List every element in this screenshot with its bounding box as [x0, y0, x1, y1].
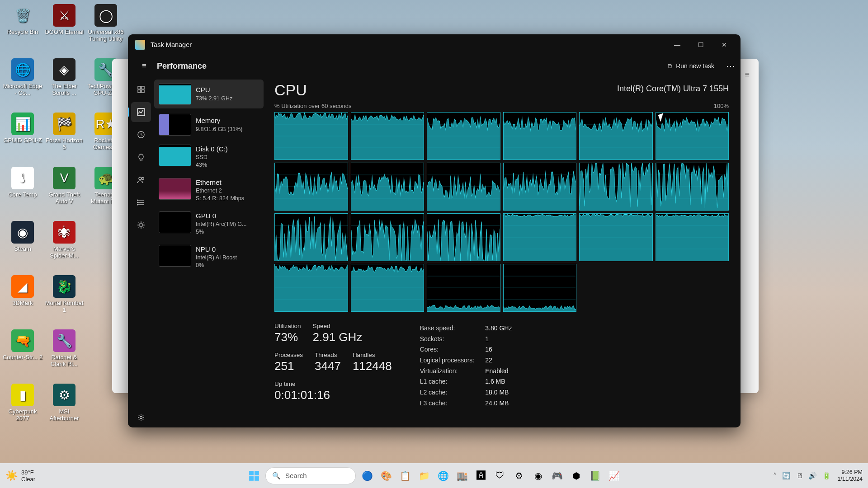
spec-label: Cores: — [420, 345, 485, 355]
core-graph-13[interactable] — [351, 213, 425, 261]
nav-startup[interactable] — [131, 147, 151, 167]
taskbar-app[interactable]: 📗 — [586, 467, 604, 484]
core-graph-14[interactable] — [427, 213, 500, 261]
nav-app-history[interactable] — [131, 125, 151, 145]
speed-label: Speed — [313, 323, 363, 329]
desktop-icon[interactable]: ◯Universal x86 Tuning Utility — [85, 2, 126, 56]
core-graph-17[interactable] — [656, 213, 729, 261]
core-graph-11[interactable] — [656, 163, 729, 211]
core-graph-1[interactable] — [351, 112, 425, 160]
desktop-icon[interactable]: 🕷Marvel's Spider-M... — [44, 219, 85, 272]
core-graph-3[interactable] — [503, 112, 577, 160]
tray-icon[interactable]: ˄ — [773, 472, 777, 480]
desktop-icon[interactable]: 🗑️Recycle Bin — [2, 2, 43, 56]
search-box[interactable]: 🔍 Search — [265, 467, 356, 484]
weather-widget[interactable]: ☀️ 39°F Clear — [5, 469, 35, 483]
core-graph-8[interactable] — [427, 163, 500, 211]
threads-value: 3447 — [315, 359, 341, 373]
side-item-cpu[interactable]: CPU 73% 2.91 GHz — [154, 80, 264, 108]
taskbar[interactable]: ☀️ 39°F Clear 🔍 Search 🔵🎨📋📁🌐🏬🅰🛡⚙◉🎮⬢📗📈 ˄🔄… — [0, 463, 868, 488]
close-button[interactable]: ✕ — [712, 36, 736, 54]
desktop-icon[interactable]: 🐉Mortal Kombat 1 — [44, 273, 85, 327]
core-graph-6[interactable] — [274, 163, 348, 211]
taskbar-app[interactable]: 🔵 — [359, 467, 376, 484]
nav-performance[interactable] — [131, 102, 151, 122]
utilization-label: Utilization — [274, 323, 301, 329]
handles-value: 112448 — [353, 359, 392, 373]
tray-icon[interactable]: 🔊 — [808, 472, 817, 480]
desktop-icon[interactable]: 🏁Forza Horizon 5 — [44, 111, 85, 164]
svg-point-9 — [137, 202, 138, 203]
hamburger-icon[interactable]: ≡ — [745, 70, 750, 80]
core-graph-5[interactable] — [656, 112, 729, 160]
side-item-ethernet[interactable]: Ethernet Ethernet 2S: 5.4 R: 824 Mbps — [154, 174, 264, 206]
svg-point-8 — [137, 200, 138, 201]
system-tray: ˄🔄🖥🔊🔋 9:26 PM 1/11/2024 — [773, 469, 863, 483]
taskbar-app[interactable]: 🛡 — [491, 467, 509, 484]
side-item-npu-0[interactable]: NPU 0 Intel(R) AI Boost0% — [154, 241, 264, 273]
minimize-button[interactable]: — — [665, 36, 689, 54]
tray-icon[interactable]: 🔋 — [822, 472, 831, 480]
nav-details[interactable] — [131, 192, 151, 212]
core-graph-4[interactable] — [579, 112, 653, 160]
nav-services[interactable] — [131, 215, 151, 235]
core-graph-2[interactable] — [427, 112, 500, 160]
tray-icon[interactable]: 🖥 — [796, 472, 803, 480]
desktop-icon[interactable]: ▮Cyberpunk 2077 — [2, 382, 43, 435]
side-item-gpu-0[interactable]: GPU 0 Intel(R) Arc(TM) G...5% — [154, 208, 264, 239]
desktop-icon[interactable]: 📊GPUID GPU-Z — [2, 111, 43, 164]
titlebar[interactable]: Task Manager — ☐ ✕ — [128, 34, 741, 55]
spec-label: Virtualization: — [420, 366, 485, 376]
maximize-button[interactable]: ☐ — [689, 36, 712, 54]
desktop-icon[interactable]: 🔫Counter-Str... 2 — [2, 328, 43, 381]
handles-label: Handles — [353, 352, 392, 358]
desktop-icon[interactable]: ◈The Elder Scrolls ... — [44, 56, 85, 110]
resource-side-list: CPU 73% 2.91 GHz Memory 9.8/31.6 GB (31%… — [154, 77, 266, 427]
core-graph-18[interactable] — [274, 264, 348, 312]
taskbar-app[interactable]: ⚙ — [510, 467, 528, 484]
taskbar-app[interactable]: 🎨 — [377, 467, 395, 484]
nav-toggle-button[interactable]: ≡ — [134, 56, 154, 76]
core-graph-9[interactable] — [503, 163, 577, 211]
search-icon: 🔍 — [272, 472, 281, 480]
settings-button[interactable] — [131, 408, 151, 427]
side-item-disk-0-c-[interactable]: Disk 0 (C:) SSD43% — [154, 141, 264, 173]
desktop-icon[interactable]: ⚙MSI Afterburner — [44, 382, 85, 435]
taskbar-app[interactable]: 🏬 — [453, 467, 471, 484]
run-new-task-button[interactable]: ⧉ Run new task — [661, 59, 721, 74]
desktop-icon[interactable]: 🔧Ratchet & Clank Ri... — [44, 328, 85, 381]
desktop-icon[interactable]: ◢3DMark — [2, 273, 43, 327]
taskbar-app[interactable]: ⬢ — [567, 467, 585, 484]
desktop-icon[interactable]: ⚔DOOM Eternal — [44, 2, 85, 56]
desktop-icon[interactable]: VGrand Theft Auto V — [44, 165, 85, 218]
core-graph-15[interactable] — [503, 213, 577, 261]
core-graph-12[interactable] — [274, 213, 348, 261]
taskbar-app[interactable]: 🎮 — [548, 467, 566, 484]
taskbar-app[interactable]: 🌐 — [434, 467, 452, 484]
start-button[interactable] — [245, 467, 263, 484]
taskbar-apps: 🔵🎨📋📁🌐🏬🅰🛡⚙◉🎮⬢📗📈 — [359, 467, 623, 484]
nav-processes[interactable] — [131, 80, 151, 99]
core-graph-21[interactable] — [503, 264, 577, 312]
taskbar-app[interactable]: 🅰 — [472, 467, 490, 484]
clock[interactable]: 9:26 PM 1/11/2024 — [837, 469, 863, 483]
nav-users[interactable] — [131, 170, 151, 190]
desktop-icon[interactable]: ◉Steam — [2, 219, 43, 272]
desktop-icon[interactable]: 🌡Core Temp — [2, 165, 43, 218]
core-graph-16[interactable] — [579, 213, 653, 261]
more-options-button[interactable]: ⋯ — [721, 61, 741, 71]
taskbar-app[interactable]: 📁 — [415, 467, 433, 484]
taskbar-app[interactable]: ◉ — [529, 467, 547, 484]
taskbar-app[interactable]: 📋 — [396, 467, 414, 484]
page-title: Performance — [157, 61, 661, 71]
taskbar-app[interactable]: 📈 — [605, 467, 623, 484]
side-item-memory[interactable]: Memory 9.8/31.6 GB (31%) — [154, 110, 264, 139]
core-graph-19[interactable] — [351, 264, 425, 312]
core-graph-20[interactable] — [427, 264, 500, 312]
core-graph-7[interactable] — [351, 163, 425, 211]
core-graph-0[interactable] — [274, 112, 348, 160]
tray-icon[interactable]: 🔄 — [782, 472, 791, 480]
desktop-icon[interactable]: 🌐Microsoft Edge - Co... — [2, 56, 43, 110]
graph-label: % Utilization over 60 seconds — [274, 103, 352, 109]
core-graph-10[interactable] — [579, 163, 653, 211]
